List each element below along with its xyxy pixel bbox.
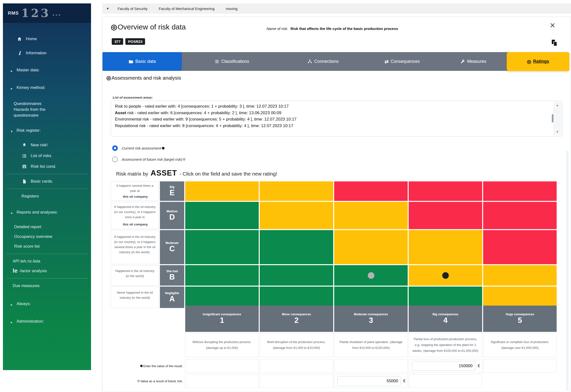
matrix-cell[interactable] (409, 265, 482, 286)
chevron-right-icon: ► (10, 319, 14, 325)
sidebar-item-home[interactable]: Home (3, 34, 91, 44)
chevron-right-icon: ► (10, 68, 14, 74)
breadcrumb-item-faculty-security[interactable]: Faculty of Security (117, 7, 147, 11)
result-value-cell (185, 359, 259, 373)
sidebar-item-new-risk[interactable]: New risk! (3, 140, 91, 150)
matrix-cell[interactable] (483, 230, 557, 264)
matrix-cell[interactable] (260, 230, 333, 264)
matrix-cell[interactable] (260, 287, 333, 308)
sidebar-item-kinney-method[interactable]: ► Kinney method: (3, 83, 91, 93)
sidebar-item-risk-register[interactable]: ▼ Risk register: (3, 126, 91, 136)
future-risk-marker-dot (183, 158, 186, 161)
consequence-header-4: Big consequences4 (409, 305, 482, 332)
current-risk-dot (442, 272, 449, 279)
matrix-cell[interactable] (260, 181, 333, 201)
sidebar-item-reports-analyses[interactable]: ▼ Reports and analyses: (3, 207, 91, 218)
assessment-item[interactable]: Risk to people - rated earlier with: 4 [… (115, 103, 550, 110)
assessment-item[interactable]: Environmental risk - rated earlier with:… (115, 116, 550, 123)
matrix-cell[interactable] (483, 202, 557, 229)
matrix-cell[interactable] (409, 287, 482, 308)
home-icon (16, 36, 22, 42)
sidebar-item-questionnaires[interactable]: Questionnaires (3, 99, 91, 107)
matrix-cell[interactable] (409, 181, 482, 201)
probability-desc-D: It happened in the oil industry (in our … (111, 202, 159, 229)
probability-label-A: NegligibleA (160, 287, 184, 308)
matrix-cell[interactable] (260, 202, 333, 229)
matrix-cell[interactable] (409, 202, 482, 229)
future-value-input[interactable] (337, 376, 401, 386)
eye-icon: ◎ (111, 23, 117, 31)
sidebar-item-occupancy-overview[interactable]: Occupancy overview (3, 232, 91, 242)
matrix-cell[interactable] (334, 181, 408, 201)
assessment-item[interactable]: Reputational risk - rated earlier with: … (115, 123, 550, 129)
sidebar-divider (6, 254, 88, 254)
consequence-desc-4: Partial loss of production-production pr… (409, 333, 482, 357)
matrix-cell[interactable] (185, 287, 259, 308)
sidebar-item-always[interactable]: ► Always: (3, 299, 91, 310)
matrix-cell[interactable] (185, 202, 259, 229)
matrix-cell[interactable] (334, 265, 408, 286)
breadcrumb-dropdown-caret-icon[interactable]: ▼ (106, 7, 109, 11)
tab-consequences[interactable]: ⇄ Consequences (364, 52, 440, 71)
sidebar-item-list-of-risks[interactable]: List of risks (3, 151, 91, 161)
assessment-areas-listbox[interactable]: Risk to people - rated earlier with: 4 [… (111, 101, 562, 137)
sidebar-item-risk-score-list[interactable]: Risk score list (3, 242, 91, 251)
matrix-cell[interactable] (334, 287, 408, 308)
sidebar-divider (6, 278, 88, 278)
chevron-down-icon: ▼ (10, 129, 14, 134)
sidebar-item-hazards-questionnaire[interactable]: Hazards from the questionnaire (3, 107, 73, 120)
sidebar-item-master-data[interactable]: ► Master data: (3, 65, 91, 76)
panel-scrollbar[interactable] (566, 151, 569, 391)
breadcrumb-item-faculty-mechanical[interactable]: Faculty of Mechanical Engineering (159, 7, 214, 11)
close-icon[interactable]: × (550, 21, 555, 30)
target-eye-icon: ◎ (527, 59, 531, 65)
scroll-up-icon[interactable]: ▲ (553, 102, 561, 109)
probability-desc-E: It happens several times a year atthis o… (111, 181, 159, 201)
page-title: Overview of risk data (117, 23, 186, 31)
matrix-cell[interactable] (483, 287, 557, 308)
matrix-cell[interactable] (483, 181, 557, 201)
sidebar-item-due-measures[interactable]: Due measures (3, 281, 91, 291)
radio-unselected-icon[interactable] (112, 157, 118, 162)
radio-future-risk-assessment[interactable]: Assessment of future risk (target risk) (112, 157, 186, 162)
matrix-cell[interactable] (334, 202, 408, 229)
probability-desc-C: It happened in the oil industry (in our … (111, 230, 159, 264)
sidebar-item-detailed-report[interactable]: Detailed report (3, 222, 91, 232)
tab-ratings[interactable]: ◎ Ratings (507, 52, 569, 71)
copy-pages-icon[interactable] (552, 40, 558, 46)
matrix-column-descriptions: Without disrupting the production proces… (111, 333, 557, 357)
matrix-cell[interactable] (185, 181, 259, 201)
matrix-cell[interactable] (260, 265, 333, 286)
sidebar-item-api-teh-riz-lista[interactable]: API teh.riz.lista (3, 256, 91, 266)
scroll-down-icon[interactable]: ▼ (553, 128, 561, 136)
sidebar-item-risk-list-cond[interactable]: Risk list cond. (3, 162, 91, 171)
sidebar-item-information[interactable]: i Information (3, 48, 91, 58)
scrollbar-thumb[interactable] (552, 114, 554, 122)
matrix-cell[interactable] (185, 265, 259, 286)
risk-id-badge: 377 (112, 38, 123, 45)
sidebar-item-administration[interactable]: ► Administration: (3, 317, 91, 327)
tab-basic-data[interactable]: Basic data (102, 52, 182, 71)
result-value-input[interactable] (412, 361, 475, 371)
matrix-cell[interactable] (334, 230, 408, 264)
sidebar-item-basic-cards[interactable]: Basic cards. (3, 176, 91, 186)
sidebar-item-registers[interactable]: Registers (3, 191, 91, 201)
matrix-cell[interactable] (483, 265, 557, 286)
tab-connections[interactable]: Connections (282, 52, 364, 71)
radio-current-risk-assessment[interactable]: Current risk assessment (112, 145, 165, 151)
chevron-down-icon: ▼ (10, 210, 14, 216)
current-risk-marker-dot (162, 147, 165, 149)
radio-selected-icon[interactable] (112, 145, 118, 151)
sidebar-item-ie-factor-analysis[interactable]: Ie -factor analysis (3, 266, 91, 276)
logo-prefix: RMS (8, 11, 19, 16)
future-value-cell (260, 374, 333, 388)
tab-classifications[interactable]: Classifications (182, 52, 282, 71)
probability-label-D: MediumD (160, 202, 184, 229)
matrix-cell[interactable] (409, 230, 482, 264)
breadcrumb-item-moving[interactable]: moving (226, 7, 238, 11)
tab-measures[interactable]: Measures (440, 52, 507, 71)
consequence-desc-5: Significant or complete loss of producti… (483, 333, 557, 357)
matrix-cell[interactable] (185, 230, 259, 264)
assessment-item[interactable]: Asset risk - rated earlier with: 6 [cons… (115, 110, 550, 116)
listbox-scrollbar[interactable]: ▲ ▼ (553, 102, 561, 136)
